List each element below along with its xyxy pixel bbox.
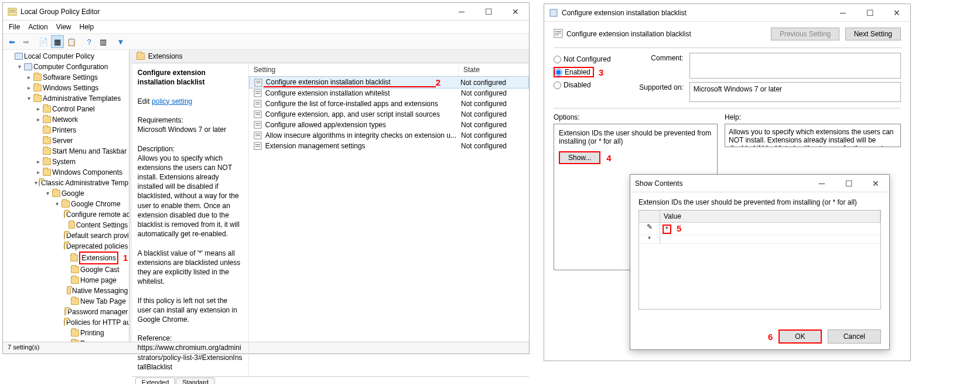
up-button[interactable]: 📄 <box>37 35 50 48</box>
tree-google[interactable]: ▾Google <box>43 188 129 199</box>
policy-heading-icon <box>554 29 563 40</box>
svg-rect-26 <box>555 31 561 32</box>
show-contents-dialog: Show Contents ─ ☐ ✕ Extension IDs the us… <box>630 174 890 350</box>
prop-button[interactable]: ▥ <box>97 35 110 48</box>
grid-row-1[interactable]: * <box>639 235 880 244</box>
policy-dialog-titlebar[interactable]: Configure extension installation blackli… <box>544 4 910 22</box>
dlg-minimize-button[interactable]: ─ <box>829 4 856 22</box>
sc-maximize-button[interactable]: ☐ <box>835 175 862 192</box>
back-button[interactable]: ⬅ <box>5 35 18 48</box>
radio-not-configured[interactable]: Not Configured <box>554 55 611 63</box>
maximize-button[interactable]: ☐ <box>475 3 502 21</box>
tree-admin-templates[interactable]: ▾Administrative Templates <box>24 93 129 104</box>
show-button[interactable]: Show... <box>559 151 600 164</box>
show-tree-button[interactable]: ▦ <box>51 35 64 48</box>
radio-enabled[interactable]: Enabled <box>554 67 594 77</box>
setting-row-5[interactable]: Allow insecure algorithms in integrity c… <box>249 130 529 141</box>
radio-disabled[interactable]: Disabled <box>554 81 611 89</box>
tree-classic-admin[interactable]: ▾Classic Administrative Templates (A <box>33 178 129 188</box>
req-value: Microsoft Windows 7 or later <box>138 125 226 134</box>
policy-item-icon <box>252 110 263 119</box>
tree-windows-components[interactable]: ▸Windows Components <box>33 167 129 178</box>
tree-new-tab[interactable]: New Tab Page <box>62 296 129 307</box>
menu-action[interactable]: Action <box>28 23 47 31</box>
col-state[interactable]: State <box>459 63 529 76</box>
export-button[interactable]: 📋 <box>65 35 78 48</box>
forward-button[interactable]: ➡ <box>19 35 32 48</box>
setting-row-1[interactable]: Configure extension installation whiteli… <box>249 88 529 98</box>
svg-rect-7 <box>255 91 260 92</box>
options-text: Extension IDs the user should be prevent… <box>559 129 712 145</box>
show-contents-title: Show Contents <box>635 179 808 188</box>
setting-row-0[interactable]: Configure extension installation blackli… <box>249 76 529 89</box>
tree-native-messaging[interactable]: Native Messaging <box>62 286 129 296</box>
previous-setting-button[interactable]: Previous Setting <box>771 28 839 40</box>
tree-software-settings[interactable]: ▸Software Settings <box>24 72 129 83</box>
tree-password-mgr[interactable]: Password manager <box>62 307 129 317</box>
menu-help[interactable]: Help <box>80 23 94 31</box>
grid-value-1[interactable] <box>660 235 880 243</box>
setting-name: Configure the list of force-installed ap… <box>263 100 459 108</box>
tree-printers[interactable]: Printers <box>33 125 129 135</box>
setting-row-3[interactable]: Configure extension, app, and user scrip… <box>249 109 529 120</box>
next-setting-button[interactable]: Next Setting <box>845 28 901 40</box>
tree-content-settings[interactable]: Content Settings <box>62 220 129 230</box>
close-button[interactable]: ✕ <box>502 3 529 21</box>
setting-name: Configure extension installation whiteli… <box>263 89 459 97</box>
tree-pane[interactable]: Local Computer Policy ▾Computer Configur… <box>3 50 129 342</box>
tree-printing[interactable]: Printing <box>62 328 129 338</box>
tree-system[interactable]: ▸System <box>33 157 129 167</box>
value-grid[interactable]: Value ✎ * 5 * <box>638 210 881 310</box>
filter-button[interactable]: ▼ <box>114 35 127 48</box>
tree-default-search[interactable]: Default search provider <box>62 230 129 241</box>
edit-policy-link[interactable]: policy setting <box>152 97 192 106</box>
svg-rect-16 <box>255 123 260 124</box>
dlg-maximize-button[interactable]: ☐ <box>856 4 883 22</box>
setting-row-4[interactable]: Configure allowed app/extension typesNot… <box>249 120 529 130</box>
tree-root[interactable]: Local Computer Policy <box>5 51 129 62</box>
settings-list[interactable]: Setting State Configure extension instal… <box>249 63 529 376</box>
svg-rect-11 <box>255 104 260 104</box>
tree-deprecated[interactable]: Deprecated policies <box>62 241 129 252</box>
tree-control-panel[interactable]: ▸Control Panel <box>33 104 129 114</box>
svg-rect-23 <box>255 146 260 147</box>
dlg-close-button[interactable]: ✕ <box>883 4 910 22</box>
menu-file[interactable]: File <box>9 23 20 31</box>
tab-standard[interactable]: Standard <box>176 378 215 384</box>
help-button[interactable]: ? <box>83 35 95 48</box>
tree-extensions[interactable]: Extensions1 <box>62 252 129 264</box>
supported-value: Microsoft Windows 7 or later <box>689 82 901 102</box>
minimize-button[interactable]: ─ <box>448 3 475 21</box>
supported-label: Supported on: <box>620 82 684 102</box>
tree-server[interactable]: Server <box>33 135 129 146</box>
col-value[interactable]: Value <box>660 210 880 222</box>
setting-row-6[interactable]: Extension management settingsNot configu… <box>249 141 529 151</box>
tree-proxy[interactable]: Proxy server <box>62 338 129 342</box>
tree-google-cast[interactable]: Google Cast <box>62 264 129 275</box>
tree-http-auth[interactable]: Policies for HTTP authe <box>62 317 129 328</box>
col-setting[interactable]: Setting <box>249 63 459 76</box>
options-label: Options: <box>554 113 718 121</box>
titlebar[interactable]: Local Group Policy Editor ─ ☐ ✕ <box>3 3 529 21</box>
menu-view[interactable]: View <box>56 23 71 31</box>
svg-rect-8 <box>255 93 260 94</box>
tab-extended[interactable]: Extended <box>135 378 175 384</box>
grid-row-0[interactable]: ✎ * 5 <box>639 223 880 235</box>
tree-computer-config[interactable]: ▾Computer Configuration <box>15 62 129 72</box>
tree-windows-settings[interactable]: ▸Windows Settings <box>24 83 129 93</box>
grid-value-0[interactable]: * <box>663 225 671 234</box>
setting-name: Configure extension, app, and user scrip… <box>263 110 459 118</box>
tree-home-page[interactable]: Home page <box>62 275 129 286</box>
tree-config-remote[interactable]: Configure remote access <box>62 209 129 220</box>
tree-google-chrome[interactable]: ▾Google Chrome <box>52 199 129 209</box>
ok-button[interactable]: OK <box>778 329 821 344</box>
tree-start-menu[interactable]: Start Menu and Taskbar <box>33 146 129 157</box>
show-contents-titlebar[interactable]: Show Contents ─ ☐ ✕ <box>630 175 889 192</box>
sc-close-button[interactable]: ✕ <box>862 175 889 192</box>
gpedit-icon <box>8 7 17 16</box>
cancel-button[interactable]: Cancel <box>828 329 881 344</box>
tree-network[interactable]: ▸Network <box>33 114 129 125</box>
comment-textarea[interactable] <box>689 53 901 79</box>
setting-row-2[interactable]: Configure the list of force-installed ap… <box>249 98 529 109</box>
sc-minimize-button[interactable]: ─ <box>808 175 835 192</box>
